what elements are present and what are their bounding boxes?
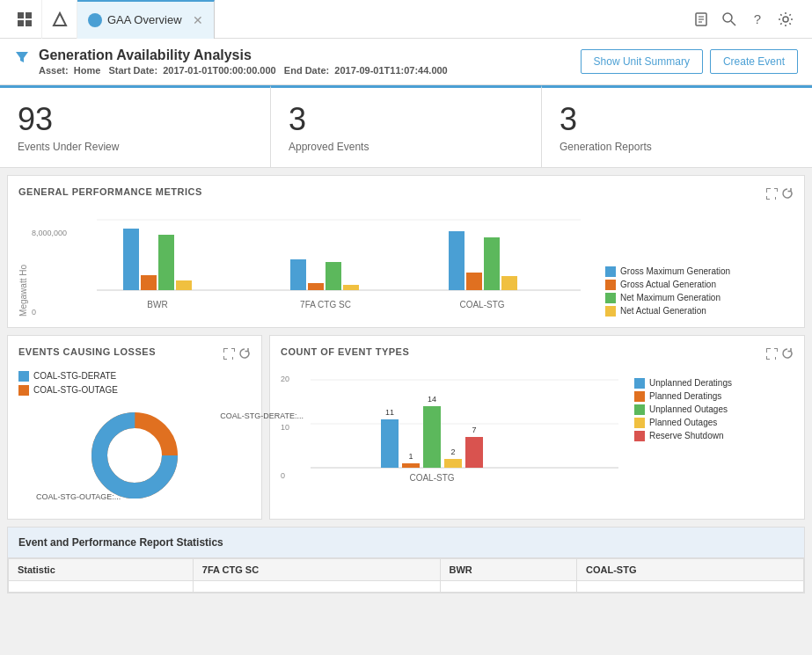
- stats-col-coal: COAL-STG: [577, 558, 804, 580]
- et-legend-reserve-shutdown: Reserve Shutdown: [634, 431, 766, 441]
- legend-label-net-actual: Net Actual Generation: [620, 306, 706, 316]
- svg-rect-21: [326, 262, 341, 290]
- svg-rect-22: [343, 285, 359, 290]
- donut-outage-label: COAL-STG-OUTAGE:...: [36, 492, 121, 501]
- event-types-bar-chart: 11 1 14 2 7 COAL-STG: [293, 371, 627, 494]
- legend-item-net-actual: Net Actual Generation: [605, 306, 737, 317]
- losses-refresh-icon[interactable]: [238, 347, 251, 362]
- svg-marker-4: [54, 13, 66, 25]
- gpm-y-zero: 0: [32, 308, 67, 317]
- et-color-reserve-shutdown: [634, 431, 645, 441]
- legend-color-net-actual: [605, 306, 616, 317]
- et-color-unplanned-outage: [634, 404, 645, 415]
- page-header: Generation Availability Analysis Asset: …: [0, 39, 812, 85]
- svg-rect-2: [18, 20, 24, 26]
- kpi-number-approved-events: 3: [289, 102, 523, 137]
- kpi-generation-reports: 3 Generation Reports: [542, 85, 812, 167]
- gpm-y-max: 8,000,000: [32, 229, 67, 237]
- tab-icon: [88, 13, 102, 27]
- outage-label: COAL-STG-OUTAGE: [33, 385, 118, 395]
- kpi-approved-events: 3 Approved Events: [271, 85, 542, 167]
- gpm-chart-area: Megawatt Ho 8,000,000 0 BWR 7FA CTG SC: [18, 211, 794, 317]
- create-event-button[interactable]: Create Event: [710, 49, 798, 74]
- search-icon[interactable]: [717, 7, 742, 32]
- nav-right-icons: ?: [689, 7, 805, 32]
- show-unit-summary-button[interactable]: Show Unit Summary: [581, 49, 703, 74]
- et-legend-unplanned-derate: Unplanned Deratings: [634, 378, 766, 389]
- stats-title: Event and Performance Report Statistics: [8, 528, 804, 558]
- losses-title: EVENTS CAUSING LOSSES: [18, 346, 156, 357]
- clipboard-icon[interactable]: [689, 7, 713, 32]
- svg-rect-17: [176, 280, 192, 290]
- start-label: Start Date:: [108, 65, 157, 76]
- event-types-legend: Unplanned Deratings Planned Deratings Un…: [634, 378, 766, 441]
- svg-rect-25: [466, 273, 482, 290]
- start-value: 2017-01-01T00:00:00.000: [163, 65, 275, 76]
- gpm-y-label: Megawatt Ho: [18, 265, 28, 317]
- et-legend-planned-derate: Planned Deratings: [634, 391, 766, 402]
- asset-value: Home: [74, 65, 101, 76]
- event-types-refresh-icon[interactable]: [781, 347, 794, 362]
- settings-icon[interactable]: [773, 7, 798, 32]
- svg-rect-1: [26, 12, 32, 18]
- asset-label: Asset:: [39, 65, 69, 76]
- kpi-label-approved-events: Approved Events: [289, 141, 523, 153]
- legend-color-gross-actual: [605, 280, 616, 290]
- svg-rect-16: [158, 235, 174, 290]
- donut-container: COAL-STG-DERATE:... COAL-STG-OUTAGE:...: [18, 403, 251, 508]
- et-label-unplanned-derate: Unplanned Deratings: [649, 378, 732, 388]
- end-label: End Date:: [284, 65, 329, 76]
- et-y-max: 20: [281, 375, 289, 383]
- svg-rect-15: [141, 275, 157, 290]
- et-color-planned-outage: [634, 418, 645, 428]
- top-nav: GAA Overview ✕ ?: [0, 0, 812, 39]
- losses-legend: COAL-STG-DERATE COAL-STG-OUTAGE: [18, 371, 251, 396]
- gpm-toolbar: GENERAL PERFORMANCE METRICS: [18, 186, 794, 204]
- et-label-unplanned-outage: Unplanned Outages: [649, 404, 728, 414]
- legend-label-net-max: Net Maximum Generation: [620, 293, 721, 302]
- derate-color: [18, 371, 29, 382]
- kpi-label-generation-reports: Generation Reports: [560, 141, 794, 153]
- et-y-zero: 0: [281, 471, 289, 480]
- svg-rect-20: [308, 283, 324, 290]
- et-legend-unplanned-outage: Unplanned Outages: [634, 404, 766, 415]
- gaa-overview-tab[interactable]: GAA Overview ✕: [77, 0, 215, 39]
- event-types-expand-icon[interactable]: [765, 347, 778, 362]
- svg-rect-41: [444, 459, 462, 468]
- tab-close-icon[interactable]: ✕: [193, 13, 203, 27]
- svg-rect-37: [402, 463, 420, 468]
- kpi-events-under-review: 93 Events Under Review: [0, 85, 271, 167]
- legend-label-gross-actual: Gross Actual Generation: [620, 280, 716, 289]
- nav-icon-grid[interactable]: [7, 0, 42, 39]
- svg-text:7: 7: [472, 426, 477, 434]
- bottom-panels: EVENTS CAUSING LOSSES COAL-STG-DERATE CO…: [7, 335, 805, 520]
- kpi-row: 93 Events Under Review 3 Approved Events…: [0, 85, 812, 168]
- svg-text:COAL-STG: COAL-STG: [459, 300, 504, 309]
- legend-color-net-max: [605, 293, 616, 303]
- losses-expand-icon[interactable]: [223, 347, 235, 362]
- gpm-expand-icon[interactable]: [765, 187, 778, 202]
- event-types-toolbar: COUNT OF EVENT TYPES: [281, 346, 794, 364]
- svg-text:BWR: BWR: [147, 300, 167, 309]
- legend-item-gross-max: Gross Maximum Generation: [605, 266, 737, 277]
- svg-text:2: 2: [451, 448, 456, 456]
- stats-panel: Event and Performance Report Statistics …: [7, 527, 805, 593]
- kpi-number-generation-reports: 3: [560, 102, 794, 137]
- nav-icon-chart[interactable]: [42, 0, 77, 39]
- et-color-planned-derate: [634, 391, 645, 402]
- stats-col-statistic: Statistic: [9, 558, 194, 580]
- help-icon[interactable]: ?: [745, 7, 770, 32]
- donut-derate-label: COAL-STG-DERATE:...: [220, 411, 304, 420]
- svg-rect-0: [18, 12, 24, 18]
- page-title: Generation Availability Analysis: [39, 47, 448, 63]
- svg-rect-39: [423, 406, 441, 468]
- et-legend-planned-outage: Planned Outages: [634, 418, 766, 428]
- tab-label: GAA Overview: [107, 13, 182, 26]
- gpm-legend: Gross Maximum Generation Gross Actual Ge…: [605, 266, 737, 317]
- kpi-number-events-under-review: 93: [18, 102, 252, 137]
- svg-rect-3: [26, 20, 32, 26]
- header-meta: Asset: Home Start Date: 2017-01-01T00:00…: [39, 65, 448, 76]
- gpm-refresh-icon[interactable]: [781, 187, 794, 202]
- svg-line-10: [731, 21, 735, 25]
- svg-rect-35: [381, 419, 399, 468]
